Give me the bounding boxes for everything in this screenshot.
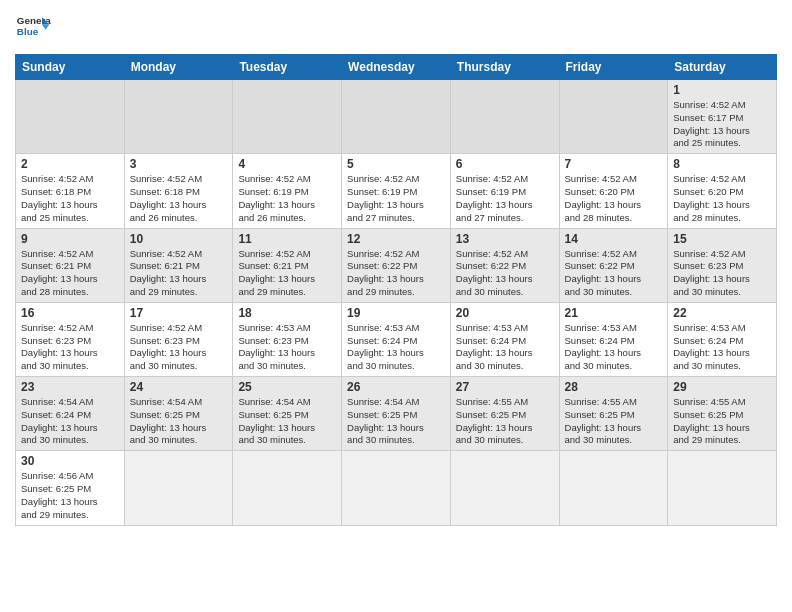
- calendar-cell: [559, 80, 668, 154]
- day-number: 2: [21, 157, 119, 171]
- weekday-header-saturday: Saturday: [668, 55, 777, 80]
- calendar-cell: [233, 80, 342, 154]
- svg-text:Blue: Blue: [17, 26, 39, 37]
- calendar-cell: [450, 451, 559, 525]
- day-number: 9: [21, 232, 119, 246]
- page: General Blue SundayMondayTuesdayWednesda…: [0, 0, 792, 541]
- day-info: Sunrise: 4:52 AMSunset: 6:19 PMDaylight:…: [456, 173, 554, 224]
- day-number: 13: [456, 232, 554, 246]
- calendar-cell: 17Sunrise: 4:52 AMSunset: 6:23 PMDayligh…: [124, 302, 233, 376]
- weekday-header-sunday: Sunday: [16, 55, 125, 80]
- day-info: Sunrise: 4:56 AMSunset: 6:25 PMDaylight:…: [21, 470, 119, 521]
- day-info: Sunrise: 4:52 AMSunset: 6:19 PMDaylight:…: [347, 173, 445, 224]
- day-number: 6: [456, 157, 554, 171]
- day-number: 3: [130, 157, 228, 171]
- day-info: Sunrise: 4:54 AMSunset: 6:24 PMDaylight:…: [21, 396, 119, 447]
- calendar-cell: 1Sunrise: 4:52 AMSunset: 6:17 PMDaylight…: [668, 80, 777, 154]
- day-info: Sunrise: 4:52 AMSunset: 6:22 PMDaylight:…: [456, 248, 554, 299]
- week-row-3: 16Sunrise: 4:52 AMSunset: 6:23 PMDayligh…: [16, 302, 777, 376]
- calendar-cell: 23Sunrise: 4:54 AMSunset: 6:24 PMDayligh…: [16, 377, 125, 451]
- day-number: 8: [673, 157, 771, 171]
- day-info: Sunrise: 4:52 AMSunset: 6:22 PMDaylight:…: [347, 248, 445, 299]
- calendar-cell: 27Sunrise: 4:55 AMSunset: 6:25 PMDayligh…: [450, 377, 559, 451]
- day-number: 23: [21, 380, 119, 394]
- day-number: 24: [130, 380, 228, 394]
- calendar: SundayMondayTuesdayWednesdayThursdayFrid…: [15, 54, 777, 526]
- calendar-cell: 14Sunrise: 4:52 AMSunset: 6:22 PMDayligh…: [559, 228, 668, 302]
- day-info: Sunrise: 4:54 AMSunset: 6:25 PMDaylight:…: [238, 396, 336, 447]
- day-number: 28: [565, 380, 663, 394]
- day-info: Sunrise: 4:52 AMSunset: 6:19 PMDaylight:…: [238, 173, 336, 224]
- day-number: 17: [130, 306, 228, 320]
- day-info: Sunrise: 4:55 AMSunset: 6:25 PMDaylight:…: [565, 396, 663, 447]
- calendar-cell: 20Sunrise: 4:53 AMSunset: 6:24 PMDayligh…: [450, 302, 559, 376]
- day-number: 25: [238, 380, 336, 394]
- calendar-cell: 24Sunrise: 4:54 AMSunset: 6:25 PMDayligh…: [124, 377, 233, 451]
- calendar-cell: 8Sunrise: 4:52 AMSunset: 6:20 PMDaylight…: [668, 154, 777, 228]
- calendar-cell: 21Sunrise: 4:53 AMSunset: 6:24 PMDayligh…: [559, 302, 668, 376]
- day-number: 26: [347, 380, 445, 394]
- calendar-cell: 22Sunrise: 4:53 AMSunset: 6:24 PMDayligh…: [668, 302, 777, 376]
- week-row-1: 2Sunrise: 4:52 AMSunset: 6:18 PMDaylight…: [16, 154, 777, 228]
- day-info: Sunrise: 4:53 AMSunset: 6:24 PMDaylight:…: [565, 322, 663, 373]
- day-info: Sunrise: 4:52 AMSunset: 6:21 PMDaylight:…: [238, 248, 336, 299]
- weekday-header-row: SundayMondayTuesdayWednesdayThursdayFrid…: [16, 55, 777, 80]
- day-number: 16: [21, 306, 119, 320]
- day-info: Sunrise: 4:53 AMSunset: 6:23 PMDaylight:…: [238, 322, 336, 373]
- calendar-cell: 6Sunrise: 4:52 AMSunset: 6:19 PMDaylight…: [450, 154, 559, 228]
- logo: General Blue: [15, 10, 51, 46]
- weekday-header-friday: Friday: [559, 55, 668, 80]
- calendar-cell: 26Sunrise: 4:54 AMSunset: 6:25 PMDayligh…: [342, 377, 451, 451]
- day-info: Sunrise: 4:52 AMSunset: 6:21 PMDaylight:…: [130, 248, 228, 299]
- calendar-cell: 10Sunrise: 4:52 AMSunset: 6:21 PMDayligh…: [124, 228, 233, 302]
- day-number: 20: [456, 306, 554, 320]
- day-info: Sunrise: 4:52 AMSunset: 6:18 PMDaylight:…: [21, 173, 119, 224]
- calendar-cell: [559, 451, 668, 525]
- calendar-cell: [342, 451, 451, 525]
- day-info: Sunrise: 4:52 AMSunset: 6:22 PMDaylight:…: [565, 248, 663, 299]
- calendar-cell: 15Sunrise: 4:52 AMSunset: 6:23 PMDayligh…: [668, 228, 777, 302]
- weekday-header-wednesday: Wednesday: [342, 55, 451, 80]
- day-number: 29: [673, 380, 771, 394]
- calendar-cell: [124, 80, 233, 154]
- calendar-cell: 11Sunrise: 4:52 AMSunset: 6:21 PMDayligh…: [233, 228, 342, 302]
- day-number: 22: [673, 306, 771, 320]
- day-number: 11: [238, 232, 336, 246]
- calendar-cell: 2Sunrise: 4:52 AMSunset: 6:18 PMDaylight…: [16, 154, 125, 228]
- day-info: Sunrise: 4:55 AMSunset: 6:25 PMDaylight:…: [456, 396, 554, 447]
- day-number: 7: [565, 157, 663, 171]
- week-row-4: 23Sunrise: 4:54 AMSunset: 6:24 PMDayligh…: [16, 377, 777, 451]
- day-number: 15: [673, 232, 771, 246]
- calendar-cell: [233, 451, 342, 525]
- day-number: 5: [347, 157, 445, 171]
- weekday-header-monday: Monday: [124, 55, 233, 80]
- weekday-header-tuesday: Tuesday: [233, 55, 342, 80]
- svg-marker-3: [42, 24, 49, 29]
- logo-icon: General Blue: [15, 10, 51, 46]
- day-info: Sunrise: 4:53 AMSunset: 6:24 PMDaylight:…: [673, 322, 771, 373]
- calendar-cell: [668, 451, 777, 525]
- day-info: Sunrise: 4:52 AMSunset: 6:21 PMDaylight:…: [21, 248, 119, 299]
- week-row-2: 9Sunrise: 4:52 AMSunset: 6:21 PMDaylight…: [16, 228, 777, 302]
- day-number: 1: [673, 83, 771, 97]
- week-row-5: 30Sunrise: 4:56 AMSunset: 6:25 PMDayligh…: [16, 451, 777, 525]
- calendar-cell: [450, 80, 559, 154]
- day-number: 21: [565, 306, 663, 320]
- calendar-cell: 7Sunrise: 4:52 AMSunset: 6:20 PMDaylight…: [559, 154, 668, 228]
- day-info: Sunrise: 4:52 AMSunset: 6:20 PMDaylight:…: [565, 173, 663, 224]
- calendar-cell: 30Sunrise: 4:56 AMSunset: 6:25 PMDayligh…: [16, 451, 125, 525]
- calendar-cell: 16Sunrise: 4:52 AMSunset: 6:23 PMDayligh…: [16, 302, 125, 376]
- calendar-cell: 9Sunrise: 4:52 AMSunset: 6:21 PMDaylight…: [16, 228, 125, 302]
- day-info: Sunrise: 4:52 AMSunset: 6:17 PMDaylight:…: [673, 99, 771, 150]
- calendar-cell: 3Sunrise: 4:52 AMSunset: 6:18 PMDaylight…: [124, 154, 233, 228]
- day-number: 18: [238, 306, 336, 320]
- calendar-cell: 18Sunrise: 4:53 AMSunset: 6:23 PMDayligh…: [233, 302, 342, 376]
- header: General Blue: [15, 10, 777, 46]
- day-info: Sunrise: 4:53 AMSunset: 6:24 PMDaylight:…: [347, 322, 445, 373]
- day-number: 14: [565, 232, 663, 246]
- calendar-cell: 4Sunrise: 4:52 AMSunset: 6:19 PMDaylight…: [233, 154, 342, 228]
- day-info: Sunrise: 4:52 AMSunset: 6:18 PMDaylight:…: [130, 173, 228, 224]
- day-info: Sunrise: 4:52 AMSunset: 6:23 PMDaylight:…: [21, 322, 119, 373]
- calendar-cell: [16, 80, 125, 154]
- day-info: Sunrise: 4:55 AMSunset: 6:25 PMDaylight:…: [673, 396, 771, 447]
